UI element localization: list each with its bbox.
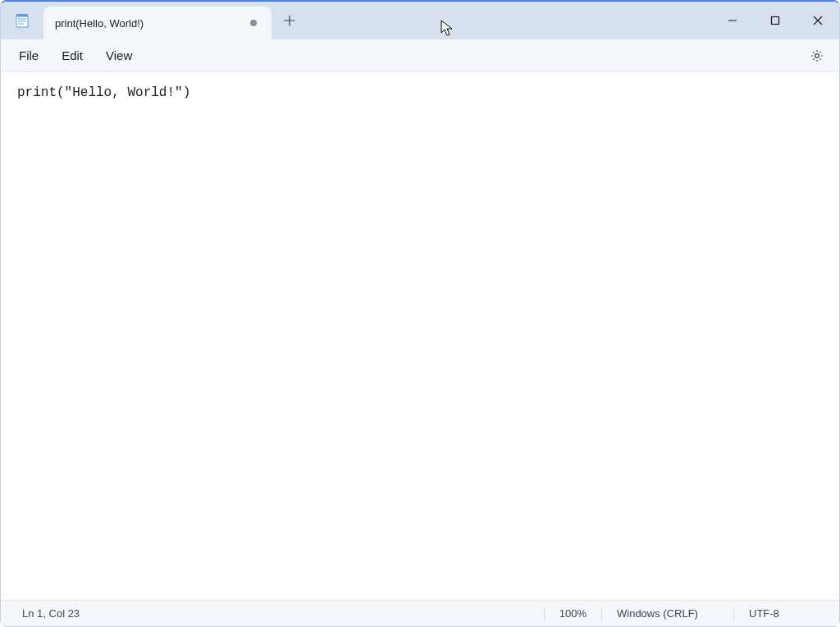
settings-button[interactable] bbox=[801, 43, 833, 68]
minimize-button[interactable] bbox=[711, 2, 754, 39]
app-icon bbox=[1, 2, 43, 39]
app-window: print(Hello, World!) File Edit View bbox=[0, 0, 840, 627]
status-zoom[interactable]: 100% bbox=[545, 606, 601, 622]
menu-edit[interactable]: Edit bbox=[50, 43, 94, 67]
window-controls bbox=[711, 2, 839, 39]
menubar: File Edit View bbox=[1, 39, 839, 72]
titlebar-drag-area[interactable] bbox=[308, 2, 711, 39]
unsaved-indicator-icon[interactable] bbox=[250, 20, 257, 26]
statusbar: Ln 1, Col 23 100% Windows (CRLF) UTF-8 bbox=[1, 600, 839, 626]
close-button[interactable] bbox=[797, 2, 839, 39]
menu-file[interactable]: File bbox=[7, 43, 50, 67]
tab-title: print(Hello, World!) bbox=[55, 17, 244, 30]
menu-view[interactable]: View bbox=[94, 43, 144, 67]
text-editor[interactable]: print("Hello, World!") bbox=[1, 72, 839, 600]
status-encoding[interactable]: UTF-8 bbox=[734, 606, 833, 622]
maximize-button[interactable] bbox=[754, 2, 797, 39]
new-tab-button[interactable] bbox=[272, 2, 308, 39]
titlebar[interactable]: print(Hello, World!) bbox=[1, 2, 839, 39]
svg-point-7 bbox=[815, 53, 819, 57]
svg-rect-6 bbox=[772, 17, 779, 25]
status-line-ending[interactable]: Windows (CRLF) bbox=[602, 606, 733, 622]
tab-active[interactable]: print(Hello, World!) bbox=[43, 7, 272, 39]
status-position[interactable]: Ln 1, Col 23 bbox=[7, 606, 94, 622]
